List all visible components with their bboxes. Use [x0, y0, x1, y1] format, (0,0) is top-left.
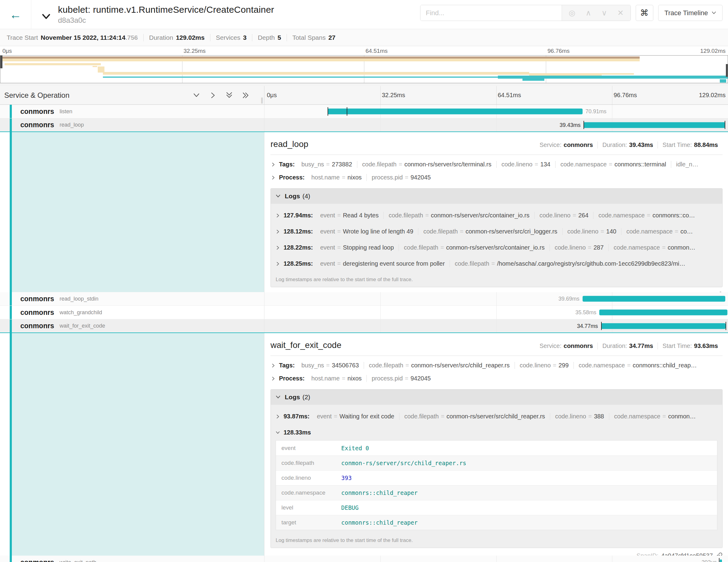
- span-timeline-cell[interactable]: 303μs: [264, 556, 728, 562]
- kv-key: code.lineno: [555, 413, 586, 420]
- log-entry[interactable]: 128.12ms:event=Wrote log line of length …: [271, 223, 722, 240]
- kv-value: Wrote log line of length 49: [343, 228, 413, 235]
- span-duration-bar[interactable]: [583, 122, 725, 128]
- span-row-listen[interactable]: conmonrslisten70.91ms: [0, 105, 728, 118]
- logs-section: Logs(2)93.87ms:event=Waiting for exit co…: [270, 389, 723, 548]
- span-duration-bar[interactable]: [599, 310, 727, 315]
- chevron-right-icon[interactable]: [276, 414, 280, 419]
- log-timestamp: 93.87ms:: [284, 413, 310, 420]
- span-timeline-cell[interactable]: 39.43ms: [264, 118, 728, 131]
- kv-key: code.namespace: [614, 244, 660, 251]
- log-timestamp: 128.33ms: [284, 429, 311, 436]
- log-entry[interactable]: 128.22ms:event=Stopping read loopcode.fi…: [271, 240, 722, 256]
- kv-equals: =: [405, 362, 409, 369]
- tag-item: idle_n…: [671, 161, 703, 168]
- kv-equals: =: [405, 174, 409, 181]
- operation-name: listen: [60, 108, 72, 115]
- collapse-one-icon[interactable]: [193, 92, 200, 99]
- log-field-item: event=Stopping read loop: [315, 244, 399, 251]
- chevron-down-icon[interactable]: [276, 431, 280, 435]
- chevron-right-icon[interactable]: [271, 162, 275, 167]
- span-row-watch_grandchild[interactable]: conmonrswatch_grandchild35.58ms: [0, 306, 728, 319]
- kv-value: 264: [578, 212, 588, 219]
- span-timeline-cell[interactable]: 70.91ms: [264, 105, 728, 118]
- span-name-cell[interactable]: conmonrswait_for_exit_code: [0, 319, 264, 332]
- span-timeline-cell[interactable]: 35.58ms: [264, 306, 728, 319]
- span-name-cell[interactable]: conmonrswatch_grandchild: [0, 306, 264, 319]
- chevron-up-icon[interactable]: ∧: [586, 9, 591, 17]
- link-icon[interactable]: [716, 552, 723, 556]
- back-button[interactable]: ←: [9, 9, 22, 21]
- span-duration-bar[interactable]: [601, 323, 726, 329]
- log-entry[interactable]: 128.25ms:event=deregistering event sourc…: [271, 256, 722, 272]
- kv-key: host.name: [311, 174, 340, 181]
- close-icon[interactable]: ✕: [617, 9, 624, 17]
- span-row-read_loop[interactable]: conmonrsread_loop39.43ms: [0, 118, 728, 132]
- trace-collapse-toggle[interactable]: [42, 12, 51, 22]
- log-field-row: levelDEBUG: [276, 500, 717, 515]
- span-duration-bar[interactable]: [328, 109, 583, 114]
- target-icon[interactable]: ◎: [569, 9, 575, 17]
- gridline: [612, 556, 612, 562]
- chevron-right-icon[interactable]: [271, 363, 275, 368]
- chevron-down-icon[interactable]: [276, 194, 281, 199]
- service-operation-column-header: Service & Operation ∥: [0, 86, 264, 104]
- trace-start-label: Trace Start: [7, 34, 38, 41]
- meta-label: Duration:: [602, 342, 627, 349]
- logs-header[interactable]: Logs(4): [271, 189, 722, 204]
- process-item: host.name=nixos: [307, 375, 367, 382]
- span-timeline-cell[interactable]: 39.69ms: [264, 292, 728, 305]
- log-field-item: code.filepath=/home/sascha/.cargo/regist…: [450, 260, 690, 267]
- kv-value: Read 4 bytes: [343, 212, 379, 219]
- service-color-accent: [10, 292, 12, 305]
- kv-key: code.filepath: [389, 212, 423, 219]
- chevron-right-icon[interactable]: [276, 246, 280, 250]
- kv-key: code.namespace: [598, 212, 645, 219]
- timeline-minimap[interactable]: [0, 55, 728, 83]
- log-field-value: conmonrs::child_reaper: [341, 519, 418, 526]
- span-row-write_exit_path[interactable]: conmonrswrite_exit_path303μs: [0, 556, 728, 562]
- kv-value: /home/sascha/.cargo/registry/src/github.…: [497, 260, 685, 267]
- log-field-value: DEBUG: [341, 504, 359, 511]
- view-selector-button[interactable]: Trace Timeline: [658, 5, 723, 21]
- service-name: conmonrs: [20, 322, 54, 330]
- chevron-right-icon[interactable]: [276, 230, 280, 234]
- span-name-cell[interactable]: conmonrsread_loop: [0, 118, 264, 131]
- chevron-right-icon[interactable]: [276, 262, 280, 266]
- kv-key: code.lineno: [567, 228, 598, 235]
- span-name-cell[interactable]: conmonrsread_loop_stdin: [0, 292, 264, 305]
- expand-all-icon[interactable]: [242, 92, 249, 99]
- log-entry[interactable]: 93.87ms:event=Waiting for exit codecode.…: [271, 408, 722, 424]
- column-resizer-handle[interactable]: ∥: [260, 97, 264, 104]
- span-duration-bar[interactable]: [720, 560, 722, 562]
- span-row-wait_for_exit_code[interactable]: conmonrswait_for_exit_code34.77ms: [0, 319, 728, 333]
- span-timeline-cell[interactable]: 34.77ms: [264, 319, 728, 332]
- log-entry-header[interactable]: 128.33ms: [276, 426, 717, 440]
- logs-header[interactable]: Logs(2): [271, 390, 722, 405]
- logs-title: Logs: [285, 192, 300, 200]
- chevron-down-icon[interactable]: [276, 395, 281, 400]
- minimap-span-bar: [98, 66, 104, 73]
- chevron-right-icon[interactable]: [271, 376, 275, 381]
- span-name-cell[interactable]: conmonrswrite_exit_path: [0, 556, 264, 562]
- log-field-row: eventExited 0: [276, 441, 717, 455]
- process-row[interactable]: Process:host.name=nixosprocess.pid=94204…: [270, 375, 723, 382]
- tags-row[interactable]: Tags:busy_ns=273882code.filepath=conmon-…: [270, 161, 723, 168]
- chevron-down-icon[interactable]: ∨: [601, 9, 607, 17]
- log-entry[interactable]: 127.94ms:event=Read 4 bytescode.filepath…: [271, 207, 722, 223]
- find-input[interactable]: [420, 5, 562, 21]
- log-field-item: code.filepath=conmon-rs/server/src/cri_l…: [418, 228, 562, 235]
- keyboard-shortcuts-button[interactable]: ⌘: [636, 5, 653, 21]
- span-row-read_loop_stdin[interactable]: conmonrsread_loop_stdin39.69ms: [0, 292, 728, 306]
- expand-one-icon[interactable]: [209, 92, 216, 99]
- tags-row[interactable]: Tags:busy_ns=34506763code.filepath=conmo…: [270, 362, 723, 369]
- collapse-all-icon[interactable]: [226, 92, 233, 99]
- span-name-cell[interactable]: conmonrslisten: [0, 105, 264, 118]
- process-row[interactable]: Process:host.name=nixosprocess.pid=94204…: [270, 174, 723, 181]
- kv-equals: =: [588, 244, 591, 251]
- chevron-right-icon[interactable]: [276, 213, 280, 218]
- log-marker-tick: [726, 322, 726, 330]
- kv-key: process.pid: [372, 174, 403, 181]
- chevron-right-icon[interactable]: [271, 175, 275, 180]
- span-duration-bar[interactable]: [583, 296, 725, 302]
